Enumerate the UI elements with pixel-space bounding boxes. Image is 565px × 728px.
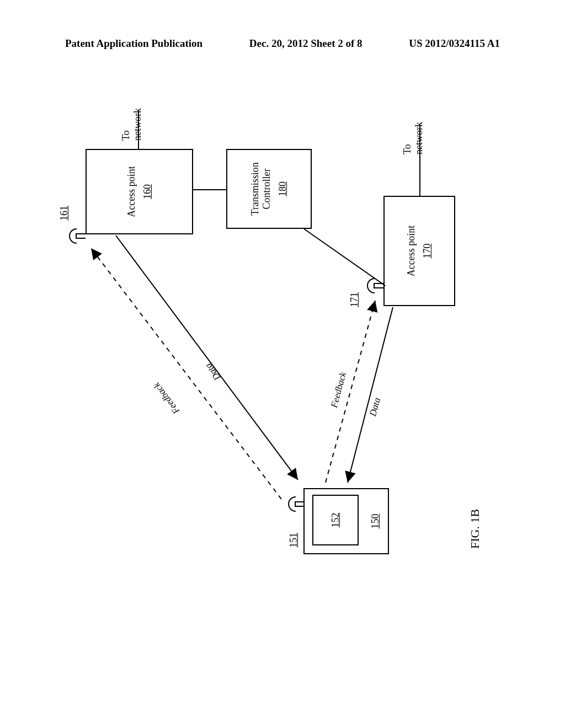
header-left: Patent Application Publication (65, 38, 202, 50)
wireless-links-svg (6, 97, 491, 582)
svg-line-1 (116, 235, 298, 480)
header-center: Dec. 20, 2012 Sheet 2 of 8 (249, 38, 363, 50)
svg-line-3 (348, 307, 393, 483)
page-header: Patent Application Publication Dec. 20, … (0, 38, 565, 50)
diagram: 151 152 150 161 Access point 160 171 Acc… (6, 146, 563, 582)
figure-label: FIG. 1B (468, 509, 482, 549)
header-right: US 2012/0324115 A1 (409, 38, 500, 50)
svg-line-0 (91, 248, 281, 499)
